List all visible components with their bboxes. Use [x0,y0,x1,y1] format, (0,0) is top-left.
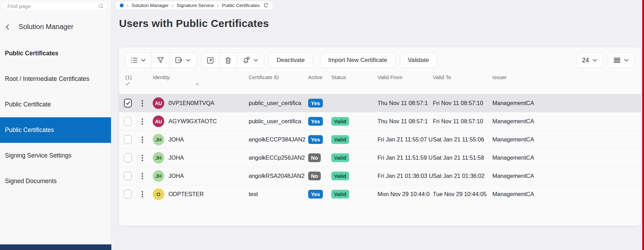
identity-value: AGYW9GXTAOTC [168,118,217,125]
delete-icon [225,57,231,64]
row-menu-button[interactable] [139,154,146,161]
sidebar-item[interactable]: Root / Intermediate Certificates [0,66,111,92]
sidebar-item[interactable]: Public Certificates [0,117,111,143]
active-badge: Yes [308,99,323,107]
certificate-id-value: angolkECCP384JAN2 [249,136,308,143]
checkbox-cell [123,153,139,162]
avatar: O [153,188,164,200]
chevron-down-icon [624,59,629,62]
subscribe-alert-button[interactable] [237,53,264,68]
row-menu-button[interactable] [139,173,146,180]
table-row[interactable]: JH JOHA angolkECCP384JAN2 Yes Valid Fri … [119,130,641,148]
select-mode-button[interactable] [125,53,152,68]
row-checkbox[interactable] [124,99,132,107]
row-menu-button[interactable] [139,100,146,107]
filter-icon [157,57,164,63]
sort-ascending-icon [195,83,199,85]
sidebar-item-label: Public Certificates [5,126,54,134]
certificate-id-value: public_user_certifica [249,118,308,125]
row-menu-button[interactable] [139,191,146,198]
filter-button[interactable] [152,53,170,68]
breadcrumb-separator-icon: › [217,3,219,8]
table-row[interactable]: AU AGYW9GXTAOTC public_user_certifica Ye… [119,112,641,130]
page-title: Users with Public Certificates [119,18,269,29]
sidebar-item-label: Public Certificate [5,101,51,108]
deactivate-button[interactable]: Deactivate [269,53,313,68]
checkmark-icon [126,101,130,105]
chevron-down-icon [141,59,146,62]
column-active[interactable]: Active [308,74,331,80]
row-checkbox[interactable] [124,117,132,126]
page-size-value: 24 [582,57,589,64]
search-icon [98,4,104,9]
app-dot-icon[interactable] [120,4,124,7]
issuer-value: ManagementCA [492,173,641,179]
kebab-menu-icon [141,100,143,107]
avatar: JH [153,170,164,182]
sidebar-item[interactable]: Signing Service Settings [0,143,111,168]
valid-from-value: Thu Nov 11 08:57:1 [378,100,433,106]
breadcrumb-link[interactable]: Solution Manager [132,3,169,8]
valid-from-value: Fri Jan 21 01:36:03 U [378,173,433,179]
screen-edge-indicator [642,0,644,250]
kebab-menu-icon [141,136,143,143]
validate-button[interactable]: Validate [400,53,437,68]
find-page-search[interactable] [3,2,108,10]
valid-to-value: Sat Jan 21 11:55:06 [433,136,492,143]
row-checkbox[interactable] [124,135,132,144]
sidebar-item[interactable]: Public Certificates [0,41,111,66]
status-badge: Valid [331,117,349,126]
view-mode-icon [614,57,621,63]
status-badge: Valid [331,153,349,162]
checkbox-cell [123,135,139,144]
selection-count: (1) [125,74,132,80]
select-all-check-icon[interactable] [125,82,130,85]
column-status[interactable]: Status [331,74,378,80]
export-button[interactable] [170,53,196,68]
table-row[interactable]: JH JOHA angolkRSA2048JAN2 No Valid Fri J… [119,167,641,185]
delete-button[interactable] [220,53,237,68]
avatar: JH [153,134,164,145]
table-row[interactable]: O ODPTESTER test Yes Valid Mon Nov 29 10… [119,185,641,203]
issuer-value: ManagementCA [492,118,641,125]
row-checkbox[interactable] [124,172,132,180]
sidebar-item[interactable]: Public Certificate [0,92,111,117]
page-size-dropdown[interactable]: 24 [576,53,603,68]
back-button[interactable] [6,24,9,30]
avatar: JH [153,152,164,164]
sidebar-item-label: Signing Service Settings [5,152,71,159]
sidebar-item-label: Public Certificates [5,50,58,57]
row-menu-button[interactable] [139,118,146,125]
breadcrumb-link[interactable]: Signature Service [176,3,214,8]
open-in-window-button[interactable] [201,53,220,68]
certificate-id-value: test [249,191,308,197]
checkbox-cell [123,190,139,199]
identity-value: JOHA [168,136,184,143]
row-checkbox[interactable] [124,190,132,199]
valid-from-value: Fri Jan 21 11:51:59 U [378,154,433,161]
identity-value: JOHA [168,154,184,161]
import-new-certificate-button[interactable]: Import New Certificate [320,53,395,68]
column-issuer[interactable]: Issuer [492,74,641,80]
subscribe-alert-icon [243,57,250,64]
refresh-icon [263,3,269,8]
breadcrumb-link[interactable]: Public Certificates [222,3,259,8]
row-checkbox[interactable] [124,153,132,162]
valid-to-value: Fri Nov 11 08:57:10 [433,100,492,106]
column-certificate-id[interactable]: Certificate ID [249,74,308,80]
sidebar-item[interactable]: Signed Documents [0,168,111,194]
view-mode-dropdown[interactable] [608,53,635,68]
kebab-menu-icon [141,173,143,180]
refresh-button[interactable] [263,3,269,8]
column-valid-to[interactable]: Valid To [433,74,492,80]
status-badge: Valid [331,172,349,180]
table-row[interactable]: AU 0VP1EN0MTVQA public_user_certifica Ye… [119,94,641,112]
column-identity[interactable]: Identity [153,74,249,80]
row-menu-button[interactable] [139,136,146,143]
chevron-left-icon [6,24,9,30]
issuer-value: ManagementCA [492,154,641,161]
header-kebab-spacer [139,74,153,74]
table-row[interactable]: JH JOHA angolkECCp256JAN2 No Valid Fri J… [119,148,641,167]
search-input[interactable] [7,3,96,9]
column-valid-from[interactable]: Valid From [378,74,433,80]
